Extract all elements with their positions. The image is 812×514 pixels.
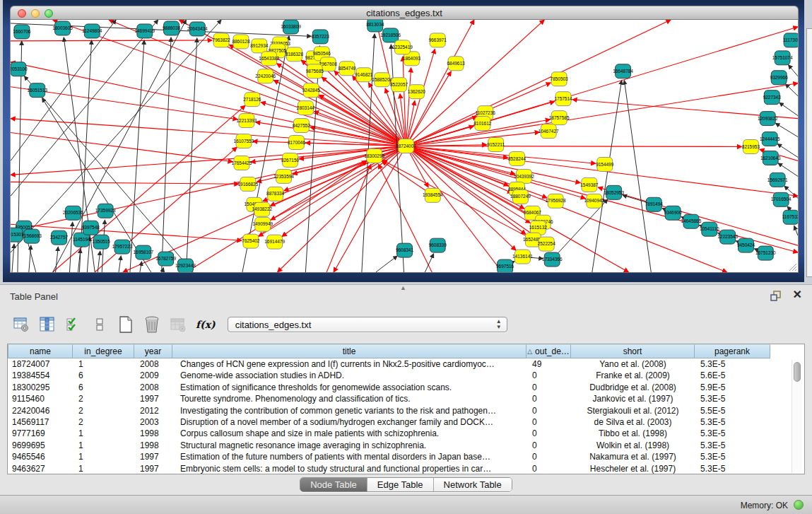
table-row[interactable]: 977716911998Corpus callosum shape and si…: [8, 428, 804, 439]
cell-short[interactable]: Franke et al. (2009): [571, 370, 695, 381]
cell-out_de[interactable]: 0: [526, 440, 571, 451]
table-row[interactable]: 1938455462009Genome-wide association stu…: [8, 370, 804, 381]
minimize-window-button[interactable]: [31, 9, 40, 18]
graph-edge[interactable]: [69, 222, 72, 272]
cell-name[interactable]: 18300295: [8, 382, 73, 393]
select-rows-icon[interactable]: [64, 315, 83, 334]
cell-name[interactable]: 9777169: [8, 428, 73, 439]
cell-name[interactable]: 18724007: [8, 358, 73, 370]
cell-pagerank[interactable]: 5.3E-5: [695, 358, 770, 370]
table-row[interactable]: 911546021997Tourette syndrome. Phenomeno…: [8, 393, 804, 404]
cell-name[interactable]: 22420046: [8, 405, 73, 416]
column-header-in_degree[interactable]: in_degree: [73, 344, 134, 358]
zoom-window-button[interactable]: [45, 9, 53, 18]
table-row[interactable]: 1830029562008Estimation of significance …: [8, 382, 804, 393]
cell-out_de[interactable]: 0: [526, 405, 571, 416]
cell-year[interactable]: 1997: [134, 393, 172, 404]
cell-pagerank[interactable]: 5.3E-5: [695, 393, 770, 404]
graph-edge[interactable]: [406, 132, 539, 146]
cell-in_degree[interactable]: 6: [73, 370, 134, 381]
cell-year[interactable]: 2003: [134, 416, 172, 428]
table-row[interactable]: 946362711997Embryonic stem cells: a mode…: [8, 463, 804, 474]
cell-title[interactable]: Changes of HCN gene expression and I(f) …: [172, 358, 526, 370]
cell-in_degree[interactable]: 2: [73, 405, 134, 416]
graph-edge[interactable]: [785, 84, 798, 96]
tab-node-table[interactable]: Node Table: [300, 478, 367, 491]
function-builder-icon[interactable]: f(x): [194, 315, 217, 334]
cell-in_degree[interactable]: 2: [73, 416, 134, 428]
column-header-name[interactable]: name: [8, 344, 73, 358]
resize-grip-icon[interactable]: [787, 262, 797, 271]
cell-out_de[interactable]: 0: [526, 382, 571, 393]
cell-year[interactable]: 2008: [134, 382, 172, 393]
cell-title[interactable]: Structural magnetic resonance image aver…: [172, 440, 526, 451]
cell-in_degree[interactable]: 1: [73, 428, 134, 439]
table-row[interactable]: 1872400712008Changes of HCN gene express…: [8, 358, 804, 370]
graph-edge[interactable]: [140, 262, 142, 272]
cell-in_degree[interactable]: 1: [73, 451, 134, 462]
graph-edge[interactable]: [382, 160, 533, 240]
cell-title[interactable]: Estimation of the future numbers of pati…: [172, 451, 526, 462]
show-column-icon[interactable]: [37, 315, 57, 334]
cell-year[interactable]: 1997: [134, 463, 172, 474]
new-table-icon[interactable]: [116, 315, 136, 334]
cell-name[interactable]: 9699695: [8, 440, 73, 451]
cell-out_de[interactable]: 0: [526, 463, 571, 474]
cell-out_de[interactable]: 0: [526, 428, 571, 439]
cell-title[interactable]: Embryonic stem cells: a model to study s…: [172, 463, 526, 474]
graph-edge[interactable]: [53, 20, 187, 272]
table-row[interactable]: 969969511998Structural magnetic resonanc…: [8, 440, 804, 451]
cell-title[interactable]: Corpus callosum shape and size in male p…: [172, 428, 526, 439]
float-panel-icon[interactable]: [770, 290, 782, 303]
cell-name[interactable]: 19384554: [8, 370, 73, 381]
cell-out_de[interactable]: 0: [526, 370, 571, 381]
cell-in_degree[interactable]: 1: [73, 358, 134, 370]
graph-edge[interactable]: [425, 254, 433, 272]
cell-pagerank[interactable]: 5.3E-5: [695, 451, 770, 462]
cell-year[interactable]: 2009: [134, 370, 172, 381]
table-select[interactable]: citations_edges.txt ▲▼: [228, 317, 507, 332]
graph-edge[interactable]: [305, 46, 319, 272]
cell-title[interactable]: Genome-wide association studies in ADHD.: [172, 370, 526, 381]
graph-edge[interactable]: [592, 81, 622, 272]
table-mode-icon[interactable]: [11, 315, 31, 334]
network-canvas-svg[interactable]: 1872400718300295166070618003605112498041…: [11, 20, 798, 272]
cell-short[interactable]: Dudbridge et al. (2008): [571, 382, 695, 393]
tab-network-table[interactable]: Network Table: [433, 478, 512, 491]
table-row[interactable]: 2242004622012Investigating the contribut…: [8, 405, 804, 416]
vertical-scrollbar[interactable]: [792, 360, 802, 473]
graph-edge[interactable]: [779, 103, 798, 115]
close-panel-icon[interactable]: ✕: [793, 288, 802, 301]
graph-edge[interactable]: [11, 133, 233, 162]
cell-pagerank[interactable]: 5.6E-5: [695, 370, 770, 381]
graph-edge[interactable]: [130, 40, 144, 272]
delete-column-icon[interactable]: [168, 315, 188, 334]
graph-edge[interactable]: [119, 256, 121, 272]
cell-year[interactable]: 2012: [134, 405, 172, 416]
cell-name[interactable]: 9115460: [8, 393, 73, 404]
splitter-handle-icon[interactable]: ▲: [400, 284, 406, 291]
graph-edge[interactable]: [788, 65, 798, 76]
row-height-icon[interactable]: [90, 315, 110, 334]
graph-edge[interactable]: [775, 123, 798, 136]
cell-pagerank[interactable]: 5.9E-5: [695, 382, 770, 393]
tab-edge-table[interactable]: Edge Table: [367, 478, 433, 491]
cell-year[interactable]: 1998: [134, 440, 172, 451]
cell-pagerank[interactable]: 5.3E-5: [695, 440, 770, 451]
cell-short[interactable]: Wolkin et al. (1998): [571, 440, 695, 451]
cell-in_degree[interactable]: 2: [73, 393, 134, 404]
delete-table-icon[interactable]: [142, 315, 162, 334]
cell-short[interactable]: Nakamura et al. (1997): [571, 451, 695, 462]
cell-year[interactable]: 2008: [134, 358, 172, 370]
graph-edge[interactable]: [406, 146, 741, 147]
cell-in_degree[interactable]: 1: [73, 440, 134, 451]
graph-edge[interactable]: [12, 244, 14, 272]
network-canvas[interactable]: 1872400718300295166070618003605112498041…: [10, 20, 799, 273]
cell-out_de[interactable]: 49: [526, 358, 571, 370]
cell-out_de[interactable]: 0: [526, 451, 571, 462]
cell-short[interactable]: Hescheler et al. (1997): [571, 463, 695, 474]
graph-edge[interactable]: [376, 256, 397, 272]
table-row[interactable]: 1456911722003Disruption of a novel membe…: [8, 416, 804, 428]
cell-name[interactable]: 9463627: [8, 463, 73, 474]
cell-short[interactable]: Yano et al. (2008): [571, 358, 695, 370]
